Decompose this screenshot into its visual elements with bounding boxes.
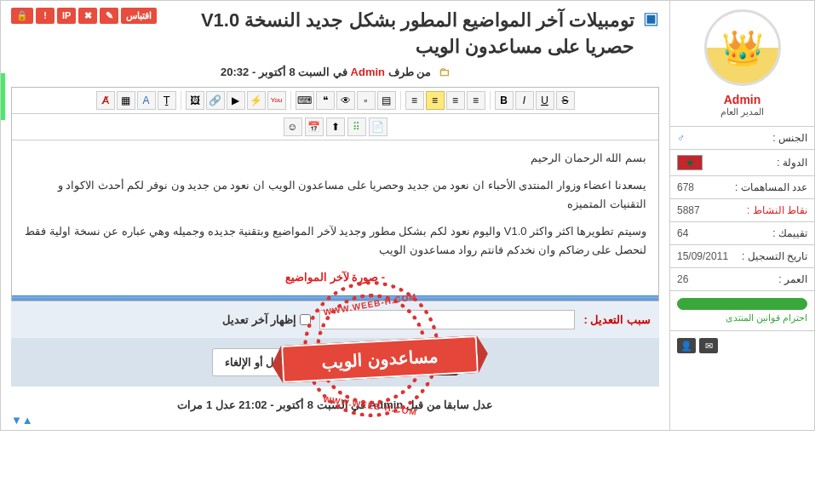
info-rules: احترام قوانين المنتدى — [670, 290, 814, 330]
profile-button[interactable]: 👤 — [677, 338, 696, 353]
quote-button[interactable]: اقتباس — [121, 8, 157, 24]
username: Admin — [670, 93, 814, 106]
align-left-button[interactable]: ≡ — [405, 91, 424, 110]
align-center-button[interactable]: ≡ — [426, 91, 445, 110]
new-indicator — [1, 73, 5, 120]
image-button[interactable]: 🖼 — [186, 91, 204, 110]
author-link[interactable]: Admin — [351, 66, 385, 78]
link-button[interactable]: 🔗 — [206, 91, 225, 110]
full-reply-cancel-button[interactable]: صندوق الرد كامل أو الإلغاء — [212, 348, 358, 376]
italic-button[interactable]: I — [515, 91, 534, 110]
align-right-button[interactable]: ≡ — [446, 91, 465, 110]
info-gender: الجنس : ♂ — [670, 126, 814, 149]
info-rep: تقييمك : 64 — [670, 221, 814, 244]
divider — [12, 295, 658, 301]
editor: A̸ ▦ A Ṯ 🖼 🔗 ▶ ⚡ You ⌨ ❝ 👁 ▫ ▤ ≡ ≡ ≡ — [11, 87, 659, 302]
moderation-buttons: اقتباس ✎ ✖ IP ! 🔒 — [11, 8, 157, 24]
content-line: بسم الله الرحمان الرحيم — [24, 149, 646, 168]
show-last-edit-label[interactable]: إظهار آخر تعديل — [222, 313, 311, 326]
topic-icon: ▣ — [643, 8, 659, 28]
spoiler-button[interactable]: 👁 — [336, 91, 355, 110]
content-line: يسعدنا اعضاء وزوار المنتدى الأحباء ان نع… — [24, 176, 646, 214]
info-country: الدولة : — [670, 149, 814, 175]
show-last-edit-checkbox[interactable] — [300, 314, 311, 325]
rules-progress — [677, 298, 807, 310]
youtube-button[interactable]: You — [267, 91, 286, 110]
color-button[interactable]: ▦ — [117, 91, 135, 110]
pm-button[interactable]: ✉ — [699, 338, 718, 353]
code-button[interactable]: ⌨ — [296, 91, 314, 110]
user-role: المدير العام — [670, 106, 814, 117]
edit-reason-row: سبب التعديل : إظهار آخر تعديل — [11, 301, 659, 338]
user-sidebar: 👑 Admin المدير العام الجنس : ♂ الدولة : … — [669, 1, 814, 430]
info-posts: عدد المساهمات : 678 — [670, 175, 814, 198]
more-button[interactable]: ⠿ — [347, 117, 366, 136]
avatar: 👑 — [704, 9, 781, 86]
bold-button[interactable]: B — [495, 91, 514, 110]
ip-button[interactable]: IP — [57, 8, 76, 24]
info-age: العمر : 26 — [670, 267, 814, 290]
report-button[interactable]: ! — [36, 8, 55, 24]
info-join: تاريخ التسجيل : 15/09/2011 — [670, 244, 814, 267]
date-button[interactable]: 📅 — [305, 117, 324, 136]
save-button[interactable]: حفظ التغييرات — [366, 349, 458, 375]
align-justify-button[interactable]: ≡ — [467, 91, 485, 110]
info-activity: نقاط النشاط : 5887 — [670, 198, 814, 221]
folder-icon: 🗀 — [439, 66, 450, 78]
table-button[interactable]: ▤ — [377, 91, 396, 110]
edit-reason-input[interactable] — [319, 310, 575, 329]
edit-history: عدل سابقا من قبل Admin في السبت 8 أكتوبر… — [11, 387, 659, 423]
content-line: وسيتم تطويرها اكثر واكثر V1.0 واليوم نعو… — [24, 222, 646, 260]
morocco-flag-icon — [677, 155, 703, 170]
scroll-top-bottom[interactable]: ▲▼ — [11, 414, 33, 427]
male-icon: ♂ — [677, 132, 685, 144]
editor-toolbar-2: ☺ 📅 ⬆ ⠿ 📄 — [12, 114, 658, 140]
upload-button[interactable]: ⬆ — [326, 117, 345, 136]
edit-button[interactable]: ✎ — [100, 8, 118, 24]
editor-content[interactable]: بسم الله الرحمان الرحيم يسعدنا اعضاء وزو… — [12, 140, 658, 296]
size-button[interactable]: Ṯ — [158, 91, 176, 110]
edit-reason-label: سبب التعديل : — [583, 313, 651, 326]
source-button[interactable]: 📄 — [369, 117, 387, 136]
font-button[interactable]: A — [137, 91, 156, 110]
flash-button[interactable]: ⚡ — [247, 91, 266, 110]
user-action-bar: ✉ 👤 — [670, 330, 814, 360]
editor-toolbar: A̸ ▦ A Ṯ 🖼 🔗 ▶ ⚡ You ⌨ ❝ 👁 ▫ ▤ ≡ ≡ ≡ — [12, 88, 658, 114]
quote-tool-button[interactable]: ❝ — [316, 91, 335, 110]
post-title: تومبيلات آخر المواضيع المطور بشكل جديد ا… — [162, 8, 634, 60]
content-red-line: - صورة لآخر المواضيع — [24, 268, 646, 287]
hide-button[interactable]: ▫ — [357, 91, 376, 110]
post-byline: 🗀 من طرف Admin في السبت 8 أكتوبر - 20:32 — [11, 66, 659, 78]
video-button[interactable]: ▶ — [227, 91, 245, 110]
emoji-button[interactable]: ☺ — [284, 117, 302, 136]
submit-row: حفظ التغييرات صندوق الرد كامل أو الإلغاء — [11, 338, 659, 387]
lock-button[interactable]: 🔒 — [11, 8, 33, 24]
main-content: ▣ تومبيلات آخر المواضيع المطور بشكل جديد… — [1, 1, 669, 430]
underline-button[interactable]: U — [536, 91, 554, 110]
strike-button[interactable]: S — [556, 91, 575, 110]
removeformat-button[interactable]: A̸ — [96, 91, 115, 110]
delete-button[interactable]: ✖ — [78, 8, 97, 24]
